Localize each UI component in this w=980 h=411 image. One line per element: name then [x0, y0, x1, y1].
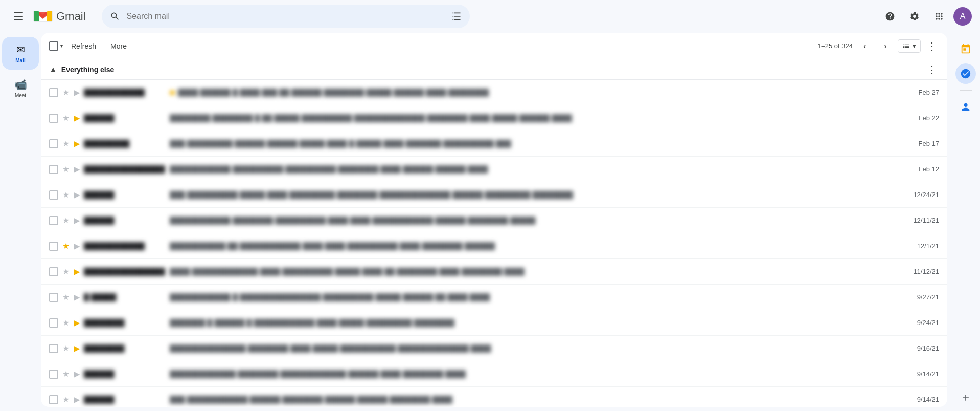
select-dropdown-arrow[interactable]: ▾	[60, 43, 63, 49]
expand-button[interactable]	[961, 393, 971, 411]
label-icon[interactable]: ▶	[74, 395, 80, 404]
email-checkbox[interactable]	[49, 395, 58, 404]
email-sender: ██████	[84, 114, 166, 122]
section-chevron-icon[interactable]: ▲	[49, 65, 57, 74]
label-icon[interactable]: ▶	[74, 343, 80, 353]
email-content: ▾ Refresh More 1–25 of 324 ‹ › ▾ ⋮ ▲ Eve…	[41, 33, 947, 407]
label-icon[interactable]: ▶	[74, 88, 80, 97]
email-row[interactable]: ★▶████████████████████ █████████████ ███…	[41, 259, 947, 285]
email-row[interactable]: ★▶█████████ ██████████ █████ ████ ██████…	[41, 182, 947, 208]
search-input[interactable]	[126, 12, 445, 21]
main-layout: ✉ Mail 📹 Meet ▾ Refresh More 1–25 of 324…	[0, 33, 980, 411]
view-icon	[902, 42, 910, 50]
toolbar: ▾ Refresh More 1–25 of 324 ‹ › ▾ ⋮	[41, 33, 947, 59]
star-icon[interactable]: ★	[62, 215, 70, 225]
email-row[interactable]: ★▶███████████████████ ████████ █████████…	[41, 361, 947, 387]
email-checkbox[interactable]	[49, 267, 58, 276]
email-row[interactable]: ★▶██████████████████ ████████ ██████████…	[41, 208, 947, 233]
email-subject-preview: ███████████████ ████████ ████ █████ ████…	[170, 344, 899, 353]
email-checkbox[interactable]	[49, 139, 58, 148]
label-icon[interactable]: ▶	[74, 318, 80, 328]
label-icon[interactable]: ▶	[74, 215, 80, 225]
label-icon[interactable]: ▶	[74, 369, 80, 379]
email-checkbox[interactable]	[49, 242, 58, 251]
svg-rect-1	[47, 11, 52, 21]
email-row[interactable]: ★▶███████████████ █ ██████ █ ███████████…	[41, 310, 947, 336]
toolbar-right: 1–25 of 324 ‹ › ▾ ⋮	[817, 38, 939, 54]
tasks-button[interactable]	[955, 63, 976, 84]
email-date: Feb 17	[903, 140, 939, 147]
star-icon[interactable]: ★	[62, 395, 70, 404]
select-all-area[interactable]: ▾	[49, 41, 63, 51]
email-row[interactable]: ★▶██████████████ ████████ █ ██ █████ ███…	[41, 105, 947, 131]
star-icon[interactable]: ★	[62, 343, 70, 353]
select-all-checkbox[interactable]	[49, 41, 58, 51]
email-checkbox[interactable]	[49, 370, 58, 379]
help-button[interactable]	[880, 6, 900, 27]
star-icon[interactable]: ★	[62, 113, 70, 123]
star-icon[interactable]: ★	[62, 88, 70, 97]
refresh-button[interactable]: Refresh	[65, 39, 102, 53]
email-checkbox[interactable]	[49, 216, 58, 225]
apps-button[interactable]	[929, 6, 949, 27]
label-icon[interactable]: ▶	[74, 164, 80, 174]
star-icon[interactable]: ★	[62, 164, 70, 174]
star-icon[interactable]: ★	[62, 369, 70, 379]
section-header: ▲ Everything else ⋮	[41, 59, 947, 80]
label-icon[interactable]: ▶	[74, 241, 80, 251]
filter-icon[interactable]	[451, 11, 462, 21]
email-row[interactable]: ★▶███████████████████████ ██ ███████████…	[41, 233, 947, 259]
label-icon[interactable]: ▶	[74, 190, 80, 200]
email-subject-preview: ████████████ ████████ ██████████ ████ ██…	[170, 217, 899, 225]
view-selector[interactable]: ▾	[898, 39, 921, 53]
more-vert-icon[interactable]: ⋮	[925, 38, 939, 54]
star-icon[interactable]: ★	[62, 292, 70, 302]
star-icon[interactable]: ★	[62, 267, 70, 276]
email-sender: ████████████████	[84, 268, 166, 276]
email-sender: █████████	[84, 140, 166, 148]
calendar-button[interactable]	[955, 39, 976, 59]
email-row[interactable]: ★▶█ █████████████████ █ ████████████████…	[41, 285, 947, 310]
search-bar[interactable]	[102, 5, 470, 28]
email-row[interactable]: ★▶████████████████ ██████ █ ████ ███ ██ …	[41, 80, 947, 105]
right-panel	[951, 33, 980, 411]
label-icon[interactable]: ▶	[74, 267, 80, 276]
right-panel-divider	[960, 90, 972, 91]
mail-icon: ✉	[16, 44, 25, 56]
email-checkbox[interactable]	[49, 165, 58, 174]
settings-button[interactable]	[904, 6, 925, 27]
email-checkbox[interactable]	[49, 88, 58, 97]
email-row[interactable]: ★▶████████████████████████████ █████████…	[41, 157, 947, 182]
label-icon[interactable]: ▶	[74, 139, 80, 148]
email-sender: ████████████████	[84, 165, 166, 174]
sidebar: ✉ Mail 📹 Meet	[0, 33, 41, 411]
email-sender: ██████	[84, 217, 166, 225]
email-sender: ████████████	[84, 89, 166, 97]
star-icon[interactable]: ★	[62, 139, 70, 148]
label-icon[interactable]: ▶	[74, 113, 80, 123]
sidebar-item-meet[interactable]: 📹 Meet	[2, 72, 39, 104]
email-checkbox[interactable]	[49, 344, 58, 353]
menu-button[interactable]	[8, 6, 29, 27]
prev-page-button[interactable]: ‹	[857, 38, 873, 54]
star-icon[interactable]: ★	[62, 190, 70, 200]
avatar[interactable]: A	[953, 7, 972, 26]
star-icon[interactable]: ★	[62, 318, 70, 328]
star-icon[interactable]: ★	[62, 241, 70, 251]
label-icon[interactable]: ▶	[74, 292, 80, 302]
more-button[interactable]: More	[104, 39, 133, 53]
email-checkbox[interactable]	[49, 318, 58, 328]
email-subject-preview: ████ ██████ █ ████ ███ ██ ██████ ███████…	[170, 89, 899, 97]
sidebar-item-mail[interactable]: ✉ Mail	[2, 37, 39, 70]
email-sender: ██████	[84, 191, 166, 199]
next-page-button[interactable]: ›	[877, 38, 894, 54]
contacts-button[interactable]	[955, 97, 976, 117]
section-more-icon[interactable]: ⋮	[925, 61, 939, 78]
email-row[interactable]: ★▶███████████████████████ ████████ ████ …	[41, 336, 947, 361]
email-row[interactable]: ★▶████████████ █████████ ██████ ██████ █…	[41, 131, 947, 157]
email-subject-preview: ███ ██████████ █████ ████ █████████ ████…	[170, 191, 899, 199]
email-checkbox[interactable]	[49, 114, 58, 123]
email-row[interactable]: ★▶█████████ ████████████ ██████ ████████…	[41, 387, 947, 407]
email-checkbox[interactable]	[49, 190, 58, 200]
email-checkbox[interactable]	[49, 293, 58, 302]
